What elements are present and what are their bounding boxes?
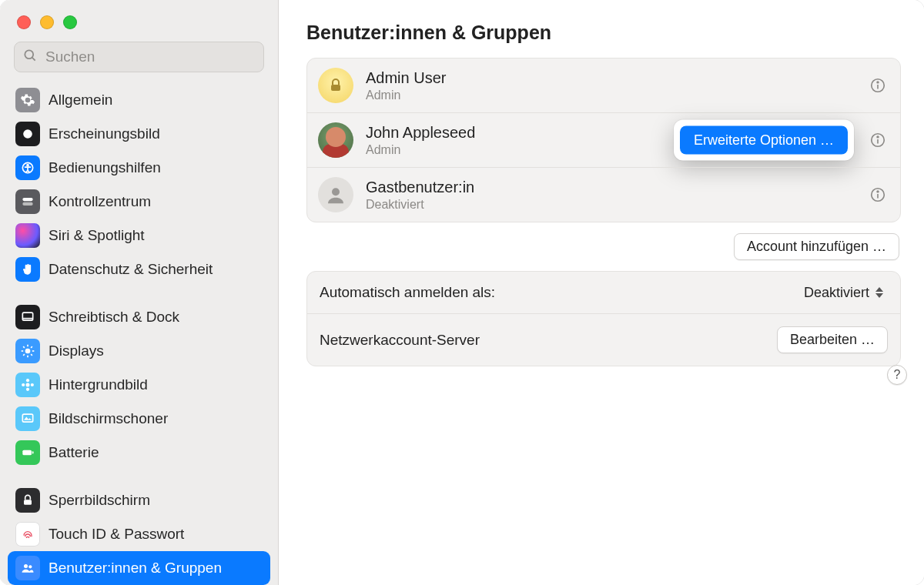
info-button[interactable] [868, 75, 888, 95]
svg-line-15 [31, 354, 32, 356]
sidebar-item-accessibility[interactable]: Bedienungshilfen [8, 151, 270, 185]
sidebar-item-appearance[interactable]: Erscheinungsbild [8, 117, 270, 151]
sidebar-item-lockscreen[interactable]: Sperrbildschirm [8, 483, 270, 517]
context-popover: Erweiterte Optionen … [674, 120, 854, 161]
svg-point-35 [877, 136, 879, 138]
svg-line-16 [31, 346, 32, 348]
network-server-label: Netzwerkaccount-Server [320, 332, 480, 349]
dock-icon [15, 305, 40, 329]
sidebar-item-label: Hintergrundbild [49, 376, 148, 393]
svg-point-32 [877, 82, 879, 83]
sidebar-item-battery[interactable]: Batterie [8, 436, 270, 470]
page-title: Benutzer:innen & Gruppen [306, 22, 901, 44]
search-field[interactable] [14, 42, 264, 72]
sidebar-item-siri[interactable]: Siri & Spotlight [8, 219, 270, 252]
svg-point-9 [25, 349, 31, 354]
sidebar-item-label: Bedienungshilfen [49, 159, 161, 176]
svg-point-20 [26, 388, 29, 391]
user-role: Deaktiviert [366, 198, 474, 212]
sidebar-item-screensaver[interactable]: Bildschirmschoner [8, 402, 270, 436]
svg-point-21 [22, 383, 25, 386]
svg-point-22 [31, 383, 34, 386]
sidebar-item-label: Siri & Spotlight [49, 227, 145, 244]
avatar [318, 68, 353, 103]
sidebar-item-label: Bildschirmschoner [49, 410, 168, 427]
sidebar-item-label: Kontrollzentrum [49, 193, 151, 210]
add-account-button[interactable]: Account hinzufügen … [734, 233, 899, 260]
accessibility-icon [15, 155, 40, 180]
sidebar-list: Allgemein Erscheinungsbild Bedienungshil… [0, 79, 278, 585]
sidebar-item-label: Touch ID & Passwort [49, 526, 184, 543]
svg-point-36 [332, 188, 340, 196]
sidebar-item-label: Sperrbildschirm [49, 492, 150, 509]
user-name: John Appleseed [366, 124, 475, 142]
sidebar-item-label: Batterie [49, 444, 99, 461]
svg-point-28 [28, 565, 32, 568]
svg-rect-23 [22, 414, 32, 422]
sidebar-item-label: Datenschutz & Sicherheit [49, 261, 213, 278]
auto-login-label: Automatisch anmelden als: [320, 284, 495, 301]
sidebar-item-touchid[interactable]: Touch ID & Passwort [8, 517, 270, 551]
login-settings: Automatisch anmelden als: Deaktiviert Ne… [306, 271, 901, 366]
users-icon [15, 556, 40, 580]
svg-rect-7 [22, 313, 32, 320]
svg-rect-6 [22, 202, 32, 206]
svg-rect-24 [22, 450, 32, 456]
info-button[interactable] [868, 130, 888, 150]
close-window-button[interactable] [17, 15, 31, 29]
svg-rect-5 [22, 198, 32, 201]
sidebar-item-users-groups[interactable]: Benutzer:innen & Gruppen [8, 551, 270, 585]
user-row[interactable]: Admin User Admin [307, 58, 900, 112]
svg-rect-25 [32, 451, 34, 453]
svg-line-14 [23, 346, 25, 348]
avatar [318, 177, 353, 212]
fullscreen-window-button[interactable] [63, 15, 77, 29]
sidebar-item-desktop-dock[interactable]: Schreibtisch & Dock [8, 300, 270, 334]
sidebar-item-displays[interactable]: Displays [8, 334, 270, 368]
svg-point-18 [26, 383, 30, 387]
window-controls [0, 8, 278, 42]
search-input[interactable] [45, 48, 256, 65]
sidebar-item-wallpaper[interactable]: Hintergrundbild [8, 368, 270, 402]
sidebar-item-general[interactable]: Allgemein [8, 83, 270, 117]
chevron-up-down-icon [875, 284, 888, 301]
sidebar-item-label: Schreibtisch & Dock [49, 309, 179, 326]
svg-point-2 [23, 129, 32, 139]
main-content: Benutzer:innen & Gruppen Admin User Admi… [279, 0, 924, 585]
svg-line-17 [23, 354, 25, 356]
advanced-options-button[interactable]: Erweiterte Optionen … [680, 126, 848, 155]
sidebar-item-privacy[interactable]: Datenschutz & Sicherheit [8, 252, 270, 286]
hand-icon [15, 257, 40, 282]
fingerprint-icon [15, 522, 40, 547]
minimize-window-button[interactable] [40, 15, 54, 29]
auto-login-row: Automatisch anmelden als: Deaktiviert [307, 272, 900, 313]
user-row[interactable]: John Appleseed Admin Erweiterte Optionen… [307, 112, 900, 167]
sidebar-item-label: Benutzer:innen & Gruppen [49, 560, 222, 577]
user-name: Gastbenutzer:in [366, 179, 474, 196]
help-button[interactable]: ? [887, 365, 907, 385]
battery-icon [15, 440, 40, 465]
auto-login-value: Deaktiviert [804, 285, 869, 301]
screensaver-icon [15, 406, 40, 431]
svg-rect-29 [331, 85, 340, 91]
gear-icon [15, 88, 40, 112]
network-server-row: Netzwerkaccount-Server Bearbeiten … [307, 313, 900, 366]
user-name: Admin User [366, 69, 446, 87]
info-button[interactable] [868, 185, 888, 205]
switches-icon [15, 189, 40, 214]
auto-login-select[interactable]: Deaktiviert [804, 284, 888, 301]
svg-rect-26 [24, 500, 32, 505]
user-role: Admin [366, 143, 475, 157]
search-icon [22, 48, 38, 66]
edit-network-server-button[interactable]: Bearbeiten … [777, 326, 888, 353]
settings-window: Allgemein Erscheinungsbild Bedienungshil… [0, 0, 924, 585]
svg-point-4 [27, 165, 28, 166]
svg-point-0 [25, 50, 33, 58]
user-row[interactable]: Gastbenutzer:in Deaktiviert [307, 167, 900, 222]
appearance-icon [15, 122, 40, 146]
user-list: Admin User Admin John Appleseed Admin Er… [306, 58, 901, 222]
siri-icon [15, 223, 40, 248]
lock-icon [15, 488, 40, 513]
sidebar-item-control-center[interactable]: Kontrollzentrum [8, 185, 270, 219]
flower-icon [15, 373, 40, 397]
